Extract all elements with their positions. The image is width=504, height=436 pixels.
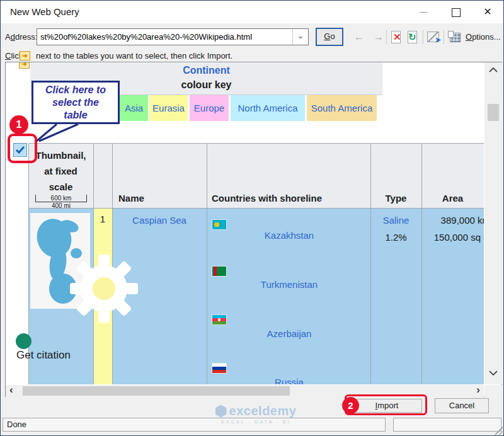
header-thumbnail-line2: at fixed	[28, 166, 93, 176]
instruction-text: next to the tables you want to select, t…	[36, 50, 232, 61]
azerbaijan-flag-icon	[212, 315, 226, 324]
forward-icon[interactable]: →	[371, 30, 386, 45]
colour-key-asia[interactable]: Asia	[120, 95, 148, 121]
close-icon[interactable]: ✕	[477, 1, 498, 23]
table-marker-icon: ➜	[20, 51, 30, 60]
scroll-up-icon[interactable]	[489, 67, 498, 72]
address-label: Address:	[5, 28, 37, 45]
title-bar: New Web Query — ✕	[1, 1, 503, 23]
maximize-icon[interactable]	[445, 1, 467, 23]
russia-flag-icon	[212, 364, 226, 373]
step-2-badge: 2	[342, 397, 359, 414]
colour-key-title-link[interactable]: Continent	[30, 65, 382, 76]
status-bar: Done	[3, 418, 386, 432]
vertical-scrollbar[interactable]	[484, 62, 502, 384]
type-link[interactable]: Saline	[370, 215, 421, 226]
status-bar-secondary	[393, 418, 501, 432]
turkmenistan-flag-icon	[212, 267, 226, 276]
toggle-formatting-icon[interactable]: ➤	[426, 30, 441, 45]
address-input[interactable]	[37, 29, 298, 45]
lake-name-link[interactable]: Caspian Sea	[112, 215, 207, 226]
go-button[interactable]: Go	[316, 28, 343, 46]
scroll-right-icon[interactable]: ›	[476, 384, 480, 396]
colour-key-eurasia[interactable]: Eurasia	[149, 95, 188, 121]
header-area: Area	[421, 193, 484, 204]
callout-tail	[30, 123, 87, 144]
table-select-arrow-icon[interactable]: ➜	[19, 62, 30, 69]
scrollbar-corner	[484, 385, 502, 397]
back-icon[interactable]: ←	[352, 30, 367, 45]
header-type: Type	[370, 193, 421, 204]
type-percent: 1.2%	[370, 232, 421, 243]
colour-key-north-america[interactable]: North America	[231, 95, 305, 121]
row-rank: 1	[93, 214, 112, 224]
window-title: New Web Query	[10, 1, 79, 23]
gear-watermark-icon	[69, 254, 139, 323]
get-citation-label: Get citation	[16, 349, 71, 362]
colour-key-south-america[interactable]: South America	[307, 95, 377, 121]
save-query-icon[interactable]	[447, 30, 462, 45]
address-combobox[interactable]: ⌄	[37, 28, 309, 45]
get-citation-dot-icon	[16, 333, 32, 349]
country-link[interactable]: Kazakhstan	[214, 230, 365, 241]
address-dropdown-icon[interactable]: ⌄	[292, 29, 308, 45]
country-link[interactable]: Russia	[214, 377, 365, 384]
kazakhstan-flag-icon	[212, 220, 226, 229]
colour-key-europe[interactable]: Europe	[190, 95, 229, 121]
minimize-icon[interactable]: —	[413, 1, 434, 23]
step-1-badge: 1	[9, 115, 28, 134]
vertical-scrollbar-thumb[interactable]	[488, 104, 499, 121]
checkbox-highlight	[8, 134, 37, 163]
area-metric: 389,000 km²	[423, 215, 484, 226]
toolbar-separator	[423, 30, 423, 44]
country-link[interactable]: Azerbaijan	[214, 328, 365, 339]
toolbar-separator	[386, 30, 387, 44]
header-thumbnail-line1: Thumbnail,	[28, 150, 93, 161]
map-scale-bar: 600 km 400 mi	[35, 195, 87, 209]
options-button[interactable]: Options...	[466, 30, 501, 45]
header-thumbnail-line3: scale	[28, 181, 93, 192]
horizontal-scrollbar-thumb[interactable]	[23, 386, 290, 396]
country-link[interactable]: Turkmenistan	[214, 279, 365, 290]
scroll-left-icon[interactable]: ‹	[9, 384, 13, 396]
callout-bubble: Click here to select the table	[32, 81, 120, 124]
refresh-icon[interactable]: ↻	[406, 30, 421, 45]
scroll-down-icon[interactable]	[489, 370, 498, 376]
exceldemy-logo-icon	[215, 405, 227, 418]
header-countries: Countries with shoreline	[212, 193, 322, 204]
cancel-button[interactable]: Cancel	[435, 398, 489, 413]
header-name: Name	[118, 193, 144, 204]
toolbar-separator	[444, 30, 444, 44]
stop-import-icon[interactable]: ✕	[389, 30, 404, 45]
area-imperial: 150,000 sq mi	[423, 232, 484, 243]
